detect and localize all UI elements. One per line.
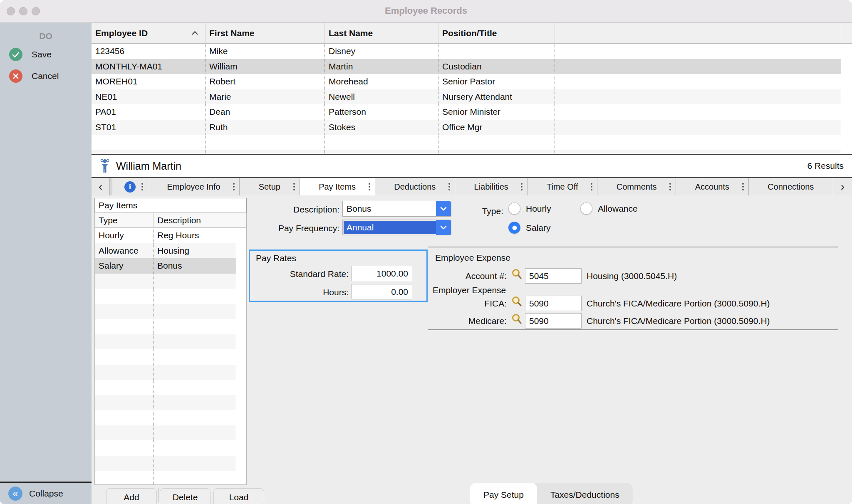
medicare-label: Medicare:: [415, 316, 507, 326]
fica-lookup-icon[interactable]: [511, 296, 523, 307]
tab-connections[interactable]: Connections: [748, 178, 833, 195]
tab-menu-icon[interactable]: [742, 186, 744, 188]
tab-menu-icon[interactable]: [369, 186, 370, 188]
tab-record-info[interactable]: i: [112, 178, 148, 195]
column-header-last-name[interactable]: Last Name: [324, 23, 438, 43]
expense-group-top-rule: [428, 247, 838, 247]
tab-employee-info[interactable]: Employee Info: [148, 178, 239, 195]
hours-field[interactable]: 0.00: [352, 284, 412, 299]
employee-records-window: Employee Records DO Save Cancel « Collap…: [0, 0, 852, 504]
employee-row-moreh01[interactable]: MOREH01RobertMoreheadSenior Pastor: [92, 74, 852, 89]
dropdown-chevron-icon[interactable]: [436, 220, 451, 235]
delete-button[interactable]: Delete: [160, 488, 211, 504]
account-lookup-icon[interactable]: [511, 268, 523, 280]
tabs-scroll-left-button[interactable]: ‹: [92, 178, 110, 195]
employee-table-scrollbar[interactable]: [841, 44, 852, 154]
tab-menu-icon[interactable]: [448, 186, 450, 188]
tab-menu-icon[interactable]: [669, 186, 671, 188]
pay-item-row-empty: [95, 440, 236, 456]
tab-accounts[interactable]: Accounts: [676, 178, 748, 195]
collapse-button[interactable]: « Collapse: [0, 482, 92, 504]
tab-menu-icon[interactable]: [141, 186, 143, 188]
employee-row-ne01[interactable]: NE01MarieNewellNursery Attendant: [92, 89, 852, 105]
tab-deductions[interactable]: Deductions: [375, 178, 455, 195]
pay-item-row-empty: [95, 289, 236, 304]
employee-expense-title: Employee Expense: [435, 253, 510, 263]
pay-rates-group: Pay Rates Standard Rate: 1000.00 Hours: …: [249, 250, 428, 302]
description-dropdown[interactable]: Bonus: [342, 201, 451, 217]
pay-frequency-value: Annual: [344, 221, 436, 234]
tab-bar: ‹ i Employee InfoSetupPay ItemsDeduction…: [92, 178, 852, 195]
tab-menu-icon[interactable]: [293, 186, 295, 188]
tab-time-off[interactable]: Time Off: [527, 178, 597, 195]
medicare-lookup-icon[interactable]: [511, 313, 523, 325]
account-number-field[interactable]: 5045: [525, 268, 582, 284]
type-radio-hourly[interactable]: Hourly: [508, 203, 551, 215]
bottom-tab-switcher: Pay SetupTaxes/Deductions: [470, 483, 633, 504]
cell: [92, 150, 205, 154]
hours-label: Hours:: [250, 287, 349, 297]
load-button[interactable]: Load: [213, 488, 264, 504]
cancel-button[interactable]: Cancel: [9, 69, 59, 83]
add-button[interactable]: Add: [106, 488, 157, 504]
cell: Morehead: [324, 74, 438, 89]
medicare-account-field[interactable]: 5090: [525, 313, 582, 329]
cell: [555, 135, 841, 150]
save-button[interactable]: Save: [9, 48, 52, 61]
fica-account-field[interactable]: 5090: [525, 296, 582, 311]
description-value: Bonus: [343, 201, 436, 216]
pay-item-row-empty: [95, 365, 236, 380]
employee-row-monthly-ma01[interactable]: MONTHLY-MA01WilliamMartinCustodian: [92, 59, 852, 74]
cell: [438, 135, 555, 150]
tab-setup[interactable]: Setup: [239, 178, 299, 195]
pay-item-row-housing[interactable]: AllowanceHousing: [95, 243, 236, 259]
scroll-left-icon: ‹: [99, 180, 102, 193]
pay-item-row-empty: [95, 425, 236, 441]
cell: PA01: [92, 104, 205, 120]
employee-row-pa01[interactable]: PA01DeanPattersonSenior Minister: [92, 104, 852, 120]
bottom-tab-pay-setup[interactable]: Pay Setup: [470, 483, 537, 504]
tab-menu-icon[interactable]: [233, 186, 235, 188]
selected-employee-name: William Martin: [116, 160, 181, 172]
standard-rate-label: Standard Rate:: [250, 269, 349, 279]
column-header-first-name[interactable]: First Name: [205, 23, 324, 43]
bottom-tab-taxes-deductions[interactable]: Taxes/Deductions: [537, 483, 633, 504]
cell: [555, 44, 841, 59]
dropdown-chevron-icon[interactable]: [436, 201, 451, 216]
cell: Nursery Attendant: [438, 89, 555, 105]
type-radio-salary[interactable]: Salary: [508, 222, 551, 234]
pay-item-row-reg-hours[interactable]: HourlyReg Hours: [95, 228, 236, 243]
titlebar: Employee Records: [0, 0, 852, 23]
pay-items-column-header-description[interactable]: Description: [153, 213, 246, 227]
type-radio-allowance[interactable]: Allowance: [580, 203, 638, 215]
cell: Custodian: [438, 59, 555, 74]
cell: Mike: [205, 44, 324, 59]
pay-items-column-header-type[interactable]: Type: [95, 213, 153, 227]
tab-comments[interactable]: Comments: [597, 178, 676, 195]
employee-row-123456[interactable]: 123456MikeDisney: [92, 44, 852, 59]
cell: [92, 135, 205, 150]
tab-liabilities[interactable]: Liabilities: [455, 178, 527, 195]
tab-menu-icon[interactable]: [591, 186, 592, 188]
radio-icon: [580, 203, 592, 215]
cell: Office Mgr: [438, 120, 555, 135]
tab-pay-items[interactable]: Pay Items: [300, 178, 375, 195]
cell: Stokes: [324, 120, 438, 135]
column-header-employee-id[interactable]: Employee ID: [92, 23, 205, 43]
tab-menu-icon[interactable]: [521, 186, 523, 188]
cell: Newell: [324, 89, 438, 105]
standard-rate-field[interactable]: 1000.00: [352, 266, 412, 281]
cell: [205, 150, 324, 154]
column-header-position-title[interactable]: Position/Title: [438, 23, 555, 43]
cell: [555, 104, 841, 120]
employee-table: Employee IDFirst NameLast NamePosition/T…: [92, 23, 852, 154]
pay-item-row-bonus[interactable]: SalaryBonus: [95, 258, 236, 274]
info-icon: i: [124, 181, 136, 193]
tabs-scroll-right-button[interactable]: ›: [833, 178, 852, 195]
person-icon: [100, 159, 110, 173]
employee-row-empty: [92, 150, 852, 154]
employee-row-st01[interactable]: ST01RuthStokesOffice Mgr: [92, 120, 852, 135]
pay-frequency-dropdown[interactable]: Annual: [342, 220, 451, 235]
pay-items-scrollbar[interactable]: [236, 228, 246, 484]
cell: [555, 59, 841, 74]
